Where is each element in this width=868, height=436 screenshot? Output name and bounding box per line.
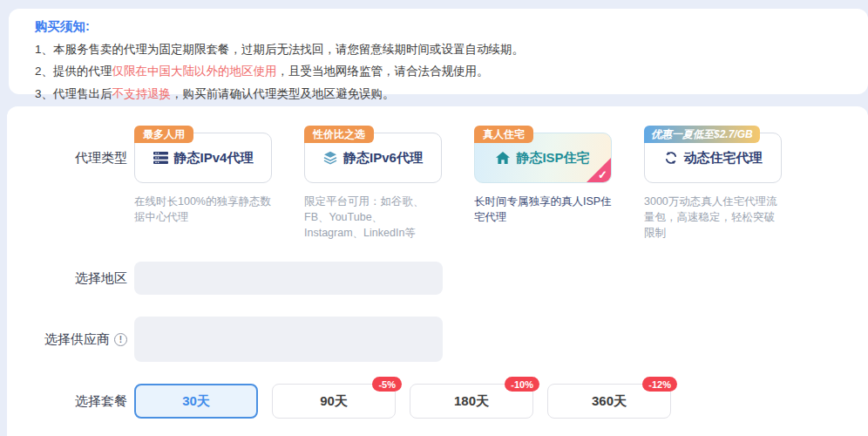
supplier-select[interactable] <box>134 317 443 362</box>
notice-item-2-highlight: 仅限在中国大陆以外的地区使用 <box>112 65 277 78</box>
package-option-label: 90天 <box>320 393 348 408</box>
package-option-360d[interactable]: 360天 -12% <box>547 384 671 419</box>
layers-icon <box>323 151 337 165</box>
package-row: 选择套餐 30天 90天 -5% 180天 -10% 360天 -12% <box>7 384 868 419</box>
check-icon: ✓ <box>598 169 607 181</box>
card-description: 3000万动态真人住宅代理流量包，高速稳定，轻松突破限制 <box>644 194 782 241</box>
package-option-label: 180天 <box>454 393 489 408</box>
proxy-type-card-isp: 真人住宅 静态ISP住宅 ✓ 长时间专属独享的真人ISP住宅代理 <box>474 126 612 241</box>
notice-item-1-text: 1、本服务售卖的代理为固定期限套餐，过期后无法找回，请您留意续期时间或设置自动续… <box>35 43 524 56</box>
purchase-form-panel: 代理类型 最多人用 静态IPv4代理 在线时长100%的独享静态数据中心代理 性… <box>7 106 868 436</box>
package-option-label: 360天 <box>592 393 627 408</box>
home-icon <box>496 152 510 164</box>
proxy-type-row: 代理类型 最多人用 静态IPv4代理 在线时长100%的独享静态数据中心代理 性… <box>7 126 868 241</box>
card-title: 静态IPv6代理 <box>343 150 423 167</box>
card-description: 限定平台可用：如谷歌、FB、YouTube、Instagram、LinkedIn… <box>304 194 442 241</box>
card-description: 在线时长100%的独享静态数据中心代理 <box>134 194 272 225</box>
notice-item-3-highlight: 不支持退换 <box>112 87 172 100</box>
card-description: 长时间专属独享的真人ISP住宅代理 <box>474 194 612 225</box>
region-label: 选择地区 <box>7 270 127 287</box>
package-label: 选择套餐 <box>7 393 127 410</box>
info-icon[interactable]: ! <box>114 333 127 346</box>
card-title: 静态IPv4代理 <box>174 150 254 167</box>
notice-item-1: 1、本服务售卖的代理为固定期限套餐，过期后无法找回，请您留意续期时间或设置自动续… <box>35 41 847 58</box>
card-title: 静态ISP住宅 <box>516 150 589 167</box>
notice-item-3-text: 3、代理售出后 <box>35 87 112 100</box>
supplier-label-text: 选择供应商 <box>44 331 110 348</box>
discount-badge: -5% <box>372 377 402 392</box>
proxy-type-cards: 最多人用 静态IPv4代理 在线时长100%的独享静态数据中心代理 性价比之选 … <box>134 126 782 241</box>
purchase-notice: 购买须知: 1、本服务售卖的代理为固定期限套餐，过期后无法找回，请您留意续期时间… <box>9 9 868 94</box>
proxy-type-label: 代理类型 <box>7 150 127 167</box>
supplier-row: 选择供应商 ! <box>7 317 868 362</box>
refresh-icon <box>664 151 678 165</box>
package-option-30d[interactable]: 30天 <box>134 384 258 419</box>
package-option-90d[interactable]: 90天 -5% <box>272 384 396 419</box>
card-badge-most-used: 最多人用 <box>134 126 193 143</box>
proxy-type-card-ipv6: 性价比之选 静态IPv6代理 限定平台可用：如谷歌、FB、YouTube、Ins… <box>304 126 442 241</box>
notice-item-3-tail: ，购买前请确认代理类型及地区避免误购。 <box>171 87 395 100</box>
notice-item-2-tail: ，且受当地网络监管，请合法合规使用。 <box>277 65 489 78</box>
card-badge-real-residential: 真人住宅 <box>474 126 533 143</box>
notice-title: 购买须知: <box>35 18 847 35</box>
card-badge-summer-promo: 优惠一夏低至$2.7/GB <box>644 126 760 143</box>
region-select[interactable] <box>134 262 443 295</box>
notice-item-2-text: 2、提供的代理 <box>35 65 112 78</box>
notice-item-2: 2、提供的代理仅限在中国大陆以外的地区使用，且受当地网络监管，请合法合规使用。 <box>35 63 847 80</box>
region-row: 选择地区 <box>7 262 868 295</box>
discount-badge: -12% <box>642 377 677 392</box>
notice-item-3: 3、代理售出后不支持退换，购买前请确认代理类型及地区避免误购。 <box>35 85 847 103</box>
card-badge-best-value: 性价比之选 <box>304 126 374 143</box>
proxy-type-card-dynamic: 优惠一夏低至$2.7/GB 动态住宅代理 3000万动态真人住宅代理流量包，高速… <box>644 126 782 241</box>
proxy-type-card-ipv4: 最多人用 静态IPv4代理 在线时长100%的独享静态数据中心代理 <box>134 126 272 241</box>
package-option-label: 30天 <box>182 393 210 408</box>
package-options: 30天 90天 -5% 180天 -10% 360天 -12% <box>134 384 671 419</box>
card-title: 动态住宅代理 <box>684 150 763 167</box>
supplier-label: 选择供应商 ! <box>7 331 127 348</box>
package-option-180d[interactable]: 180天 -10% <box>410 384 533 419</box>
discount-badge: -10% <box>505 377 539 392</box>
server-icon <box>153 152 168 164</box>
